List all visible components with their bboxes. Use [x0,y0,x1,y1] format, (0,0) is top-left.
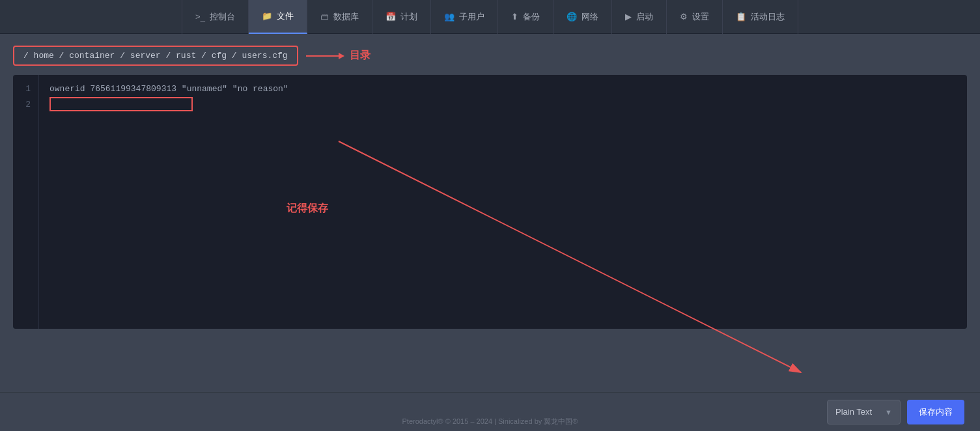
nav-item-database[interactable]: 🗃 数据库 [307,0,372,34]
nav-label-files: 文件 [277,10,294,22]
nav-item-files[interactable]: 📁 文件 [249,0,307,34]
breadcrumb-arrow-annotation: 目录 [306,49,371,63]
nav-item-backup[interactable]: ⬆ 备份 [498,0,553,34]
nav-label-console: 控制台 [210,11,235,23]
nav-label-network: 网络 [581,11,598,23]
arrow-head [339,53,344,59]
schedule-icon: 📅 [385,12,396,21]
settings-icon: ⚙ [680,12,688,21]
line-number-2: 2 [21,97,31,113]
nav-item-subusers[interactable]: 👥 子用户 [431,0,498,34]
nav-item-schedule[interactable]: 📅 计划 [372,0,431,34]
arrow-shaft [306,55,339,57]
breadcrumb-path: / home / container / server / rust / cfg… [23,51,288,61]
nav-item-network[interactable]: 🌐 网络 [553,0,612,34]
files-icon: 📁 [262,11,272,21]
footer: Pterodactyl® © 2015 – 2024 | Sinicalized… [0,411,980,431]
activity-icon: 📋 [736,12,746,21]
subusers-icon: 👥 [444,12,455,21]
nav-item-console[interactable]: >_ 控制台 [182,0,249,34]
code-line-1: ownerid 76561199347809313 "unnamed" "no … [49,81,957,97]
nav-label-backup: 备份 [523,11,540,23]
nav-item-settings[interactable]: ⚙ 设置 [667,0,723,34]
navigation-bar: >_ 控制台 📁 文件 🗃 数据库 📅 计划 👥 子用户 ⬆ 备份 🌐 网络 ▶… [0,0,980,34]
backup-icon: ⬆ [511,12,518,21]
nav-item-startup[interactable]: ▶ 启动 [612,0,667,34]
nav-label-subusers: 子用户 [459,11,484,23]
code-line-2 [49,97,957,111]
nav-label-activity: 活动日志 [751,11,785,23]
database-icon: 🗃 [320,12,329,21]
breadcrumb[interactable]: / home / container / server / rust / cfg… [13,46,298,66]
console-icon: >_ [195,12,205,21]
line-number-1: 1 [21,81,31,97]
nav-label-database: 数据库 [333,11,359,23]
nav-label-startup: 启动 [636,11,653,23]
nav-label-settings: 设置 [692,11,709,23]
network-icon: 🌐 [567,12,577,21]
directory-annotation-label: 目录 [350,49,371,63]
editor-content: 1 2 ownerid 76561199347809313 "unnamed" … [13,75,967,329]
nav-label-schedule: 计划 [400,11,417,23]
code-area: ownerid 76561199347809313 "unnamed" "no … [39,75,967,329]
code-content-1: ownerid 76561199347809313 "unnamed" "no … [49,84,288,94]
breadcrumb-container: / home / container / server / rust / cfg… [13,46,967,66]
line-numbers: 1 2 [13,75,39,329]
footer-text: Pterodactyl® © 2015 – 2024 | Sinicalized… [402,417,578,426]
code-input-line2[interactable] [49,97,193,111]
startup-icon: ▶ [625,12,632,21]
nav-item-activity[interactable]: 📋 活动日志 [723,0,798,34]
main-content: / home / container / server / rust / cfg… [0,34,980,329]
file-editor[interactable]: 1 2 ownerid 76561199347809313 "unnamed" … [13,75,967,329]
